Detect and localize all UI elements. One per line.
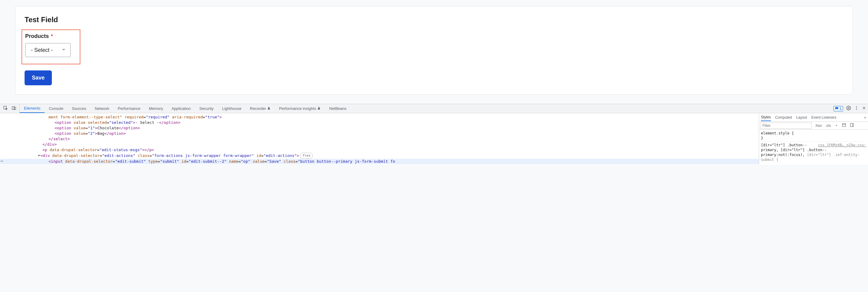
styles-tab-layout[interactable]: Layout [796,115,807,120]
code-fragment: id [256,153,261,158]
device-toolbar-icon[interactable] [11,106,17,111]
devtools-body: ment form-element--type-select" required… [0,113,868,165]
option-text: Bag [97,131,104,136]
code-fragment: id [181,159,186,164]
code-fragment: value selected [74,120,107,125]
tab-recorder[interactable]: Recorder [246,104,275,113]
code-fragment: name [229,159,238,164]
code-fragment: "edit-submit--2" [189,159,226,164]
option-text: - Select - [135,120,159,125]
rule-source-link[interactable]: css_1FKMz6B…_oZ4w.css: [818,143,866,148]
tab-security[interactable]: Security [195,104,218,113]
selected-element-row[interactable]: <input data-drupal-selector="edit-submit… [0,159,759,164]
code-fragment: </div> [42,142,57,147]
tab-lighthouse[interactable]: Lighthouse [218,104,246,113]
svg-rect-2 [14,107,16,110]
code-fragment: > [297,153,299,158]
styles-tabs: Styles Computed Layout Event Listeners » [759,113,868,122]
inspect-icon[interactable] [3,106,8,111]
style-rule: } [761,136,866,141]
code-fragment: data-drupal-selector [50,148,97,152]
styles-tab-computed[interactable]: Computed [775,115,792,120]
code-fragment: ></p> [142,148,154,152]
issues-badge[interactable]: 1 [833,106,843,111]
toggle-sidebar-icon[interactable] [848,123,856,128]
page-content: Test Field Products * - Select - Chocola… [0,0,868,104]
expand-arrow-icon[interactable] [38,155,40,157]
svg-rect-1 [12,107,14,110]
tab-recorder-label: Recorder [250,106,266,111]
styles-filter-input[interactable] [760,123,812,129]
gear-icon[interactable] [846,106,851,111]
styles-pane: Styles Computed Layout Event Listeners »… [759,113,868,165]
kebab-menu-icon[interactable] [854,106,859,111]
code-fragment: aria-required [172,115,203,119]
svg-point-3 [848,108,849,109]
tab-sources[interactable]: Sources [68,104,91,113]
code-fragment: <option [55,131,71,136]
code-fragment: > [133,120,135,125]
products-field-highlight: Products * - Select - Chocolate Bag [22,29,81,64]
devtools-right-tools: 1 [833,106,866,111]
code-fragment: "edit-submit" [115,159,146,164]
elements-tree[interactable]: ment form-element--type-select" required… [0,113,759,165]
svg-point-4 [856,106,857,107]
code-fragment: </option> [159,120,180,125]
code-fragment: "op" [241,159,250,164]
hov-toggle[interactable]: :hov [813,123,824,128]
products-select-wrap: - Select - Chocolate Bag [25,43,71,57]
code-fragment: value [253,159,265,164]
tab-console[interactable]: Console [44,104,68,113]
svg-point-6 [856,109,857,110]
code-fragment: "1" [88,126,95,130]
code-fragment: data-drupal-selector [65,159,113,164]
code-fragment: "edit-actions" [102,153,135,158]
form-card: Test Field Products * - Select - Chocola… [15,6,853,95]
code-fragment: type [148,159,158,164]
tab-performance[interactable]: Performance [114,104,144,113]
styles-filter-bar: :hov .cls ＋ [759,122,868,129]
code-fragment: "2" [88,131,95,136]
style-rule: element.style { [761,131,866,136]
cls-toggle[interactable]: .cls [824,123,833,128]
products-select[interactable]: - Select - Chocolate Bag [25,43,71,57]
tab-memory[interactable]: Memory [145,104,167,113]
tab-elements[interactable]: Elements [20,104,44,113]
flex-badge[interactable]: flex [300,153,313,159]
code-fragment: value [74,126,86,130]
flask-icon [317,106,320,111]
code-fragment: <input [49,159,63,164]
page-title: Test Field [25,16,843,24]
devtools-panel: Elements Console Sources Network Perform… [0,104,868,165]
code-fragment: > [95,126,97,130]
products-label: Products * [25,33,71,39]
devtools-tabbar: Elements Console Sources Network Perform… [0,104,868,113]
tab-application[interactable]: Application [167,104,195,113]
save-button[interactable]: Save [25,70,52,85]
required-indicator: * [51,34,53,39]
code-fragment: class [138,153,150,158]
code-fragment: "button button--primary js-form-submit f… [298,159,395,164]
code-fragment: "form-actions js-form-wrapper form-wrapp… [152,153,254,158]
computed-styles-sidebar-icon[interactable] [840,123,848,128]
styles-rules[interactable]: element.style { } css_1FKMz6B…_oZ4w.css:… [759,129,868,163]
tab-network[interactable]: Network [91,104,114,113]
code-fragment: class [284,159,296,164]
tab-performance-insights[interactable]: Performance insights [275,104,325,113]
new-style-rule-icon[interactable]: ＋ [833,123,840,128]
issues-count: 1 [839,107,842,111]
style-rule: css_1FKMz6B…_oZ4w.css: [dir="ltr"] .butt… [761,143,866,162]
code-fragment: ment form-element--type-select" [49,115,122,119]
rule-text: element.style { [761,131,794,135]
svg-rect-9 [842,123,845,127]
code-fragment: data-drupal-selector [52,153,100,158]
more-tabs-icon[interactable]: » [864,115,866,120]
close-icon[interactable] [862,106,866,111]
styles-tab-event-listeners[interactable]: Event Listeners [811,115,836,120]
code-fragment: </select> [49,137,70,141]
styles-tab-styles[interactable]: Styles [761,115,771,121]
option-text: Chocolate [97,126,119,130]
tab-netbeans[interactable]: NetBeans [325,104,350,113]
code-fragment: "Save" [267,159,281,164]
svg-point-5 [856,108,857,109]
